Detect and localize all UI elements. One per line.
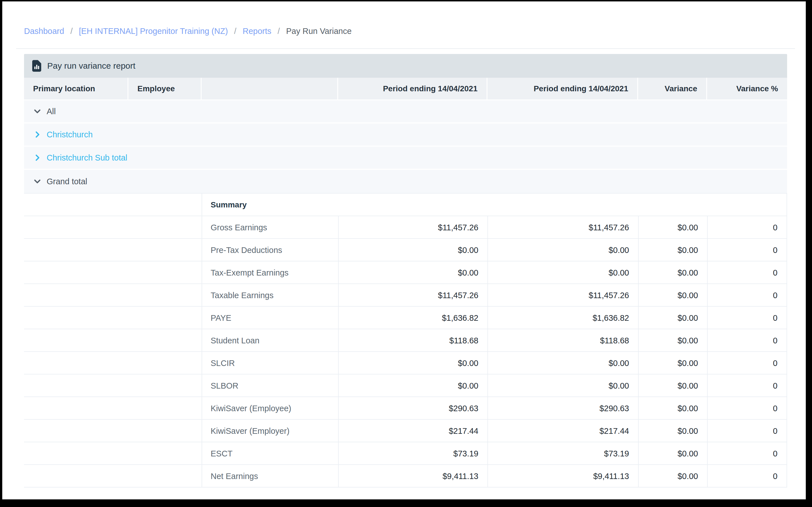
report-card: Pay run variance report Primary location… bbox=[16, 48, 795, 488]
cell-period2: $73.19 bbox=[487, 442, 638, 465]
column-header-variance: Variance bbox=[638, 78, 707, 100]
row-label: Taxable Earnings bbox=[202, 284, 338, 306]
group-label: Grand total bbox=[47, 177, 87, 186]
cell-period2: $11,457.26 bbox=[487, 216, 638, 239]
row-esct: ESCT $73.19 $73.19 $0.00 0 bbox=[24, 442, 787, 465]
cell-period2: $0.00 bbox=[487, 375, 638, 397]
cell-variance-pct: 0 bbox=[707, 239, 787, 262]
cell-variance: $0.00 bbox=[638, 420, 707, 442]
file-chart-icon bbox=[32, 60, 42, 72]
cell-period1: $217.44 bbox=[338, 420, 487, 442]
cell-period1: $0.00 bbox=[338, 262, 487, 284]
empty-cell bbox=[24, 465, 202, 488]
column-header-employee: Employee bbox=[128, 78, 202, 100]
empty-cell bbox=[24, 420, 202, 442]
cell-variance-pct: 0 bbox=[707, 375, 787, 397]
empty-cell bbox=[24, 306, 202, 329]
chevron-down-icon bbox=[33, 107, 42, 116]
cell-period1: $0.00 bbox=[338, 375, 487, 397]
cell-period2: $217.44 bbox=[487, 420, 638, 442]
cell-period2: $0.00 bbox=[487, 262, 638, 284]
row-taxable-earnings: Taxable Earnings $11,457.26 $11,457.26 $… bbox=[24, 284, 787, 306]
row-label: Gross Earnings bbox=[202, 216, 338, 239]
row-tax-exempt-earnings: Tax-Exempt Earnings $0.00 $0.00 $0.00 0 bbox=[24, 262, 787, 284]
summary-section-title: Summary bbox=[202, 193, 787, 216]
row-label: Pre-Tax Deductions bbox=[202, 239, 338, 262]
cell-period2: $118.68 bbox=[487, 329, 638, 352]
column-header-variance-pct: Variance % bbox=[707, 78, 787, 100]
empty-cell bbox=[24, 442, 202, 465]
breadcrumb-separator: / bbox=[234, 26, 236, 36]
cell-period1: $9,411.13 bbox=[338, 465, 487, 488]
cell-variance-pct: 0 bbox=[707, 306, 787, 329]
page: Dashboard / [EH INTERNAL] Progenitor Tra… bbox=[2, 1, 806, 499]
cell-variance: $0.00 bbox=[638, 442, 707, 465]
row-label: KiwiSaver (Employee) bbox=[202, 397, 338, 420]
column-header-period-2: Period ending 14/04/2021 bbox=[487, 78, 638, 100]
cell-variance-pct: 0 bbox=[707, 465, 787, 488]
cell-period2: $0.00 bbox=[487, 352, 638, 375]
row-gross-earnings: Gross Earnings $11,457.26 $11,457.26 $0.… bbox=[24, 216, 787, 239]
summary-empty-cell bbox=[24, 193, 202, 216]
breadcrumb-link-reports[interactable]: Reports bbox=[242, 26, 271, 36]
cell-period1: $11,457.26 bbox=[338, 284, 487, 306]
cell-period2: $9,411.13 bbox=[487, 465, 638, 488]
breadcrumb-current-page: Pay Run Variance bbox=[286, 26, 352, 36]
cell-period2: $1,636.82 bbox=[487, 306, 638, 329]
cell-variance: $0.00 bbox=[638, 329, 707, 352]
cell-variance: $0.00 bbox=[638, 375, 707, 397]
table-header-row: Primary location Employee Period ending … bbox=[24, 78, 787, 100]
breadcrumb-link-dashboard[interactable]: Dashboard bbox=[24, 26, 64, 36]
cell-variance-pct: 0 bbox=[707, 284, 787, 306]
cell-period1: $118.68 bbox=[338, 329, 487, 352]
group-row-grand-total[interactable]: Grand total bbox=[24, 170, 787, 193]
cell-variance: $0.00 bbox=[638, 352, 707, 375]
variance-table: Primary location Employee Period ending … bbox=[24, 78, 787, 488]
report-header-bar: Pay run variance report bbox=[24, 54, 787, 78]
cell-variance: $0.00 bbox=[638, 216, 707, 239]
row-label: SLCIR bbox=[202, 352, 338, 375]
cell-variance-pct: 0 bbox=[707, 262, 787, 284]
column-header-period-1: Period ending 14/04/2021 bbox=[338, 78, 487, 100]
cell-period2: $290.63 bbox=[487, 397, 638, 420]
cell-period1: $0.00 bbox=[338, 352, 487, 375]
row-label: Tax-Exempt Earnings bbox=[202, 262, 338, 284]
cell-variance-pct: 0 bbox=[707, 420, 787, 442]
breadcrumb-link-business[interactable]: [EH INTERNAL] Progenitor Training (NZ) bbox=[79, 26, 228, 36]
cell-period1: $11,457.26 bbox=[338, 216, 487, 239]
empty-cell bbox=[24, 262, 202, 284]
empty-cell bbox=[24, 239, 202, 262]
cell-variance-pct: 0 bbox=[707, 329, 787, 352]
cell-period1: $1,636.82 bbox=[338, 306, 487, 329]
cell-variance-pct: 0 bbox=[707, 397, 787, 420]
breadcrumb: Dashboard / [EH INTERNAL] Progenitor Tra… bbox=[24, 1, 806, 36]
empty-cell bbox=[24, 329, 202, 352]
group-row-christchurch-sub-total[interactable]: Christchurch Sub total bbox=[24, 147, 787, 170]
group-label: All bbox=[47, 107, 56, 116]
row-pre-tax-deductions: Pre-Tax Deductions $0.00 $0.00 $0.00 0 bbox=[24, 239, 787, 262]
row-slcir: SLCIR $0.00 $0.00 $0.00 0 bbox=[24, 352, 787, 375]
empty-cell bbox=[24, 216, 202, 239]
empty-cell bbox=[24, 397, 202, 420]
row-kiwisaver-employee: KiwiSaver (Employee) $290.63 $290.63 $0.… bbox=[24, 397, 787, 420]
row-net-earnings: Net Earnings $9,411.13 $9,411.13 $0.00 0 bbox=[24, 465, 787, 488]
breadcrumb-separator: / bbox=[278, 26, 280, 36]
chevron-right-icon bbox=[33, 154, 42, 162]
group-label: Christchurch Sub total bbox=[47, 153, 127, 163]
cell-variance: $0.00 bbox=[638, 306, 707, 329]
cell-period1: $0.00 bbox=[338, 239, 487, 262]
cell-period2: $11,457.26 bbox=[487, 284, 638, 306]
cell-variance: $0.00 bbox=[638, 465, 707, 488]
group-row-all[interactable]: All bbox=[24, 100, 787, 123]
cell-period2: $0.00 bbox=[487, 239, 638, 262]
chevron-down-icon bbox=[33, 177, 42, 186]
cell-period1: $73.19 bbox=[338, 442, 487, 465]
group-row-christchurch[interactable]: Christchurch bbox=[24, 123, 787, 147]
empty-cell bbox=[24, 375, 202, 397]
cell-period1: $290.63 bbox=[338, 397, 487, 420]
column-header-blank bbox=[202, 78, 338, 100]
row-label: ESCT bbox=[202, 442, 338, 465]
report-title: Pay run variance report bbox=[47, 61, 136, 71]
row-kiwisaver-employer: KiwiSaver (Employer) $217.44 $217.44 $0.… bbox=[24, 420, 787, 442]
cell-variance: $0.00 bbox=[638, 262, 707, 284]
